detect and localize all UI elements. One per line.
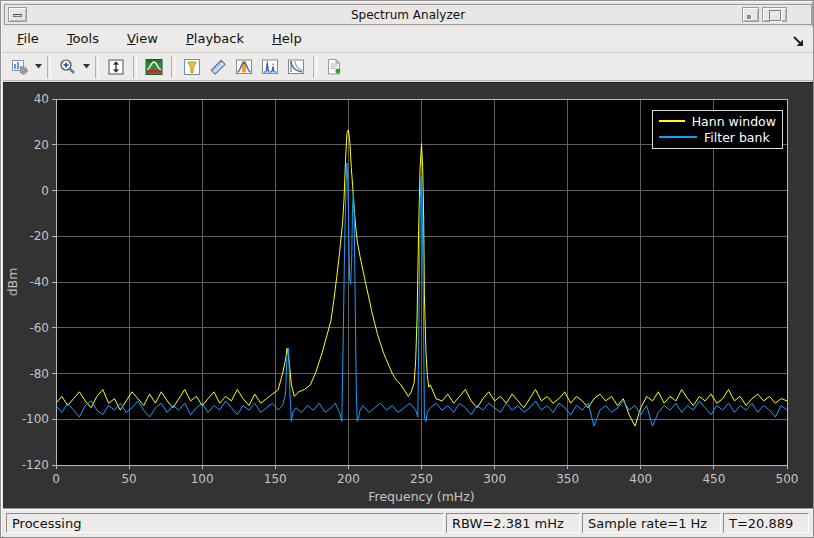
legend-line-filterbank	[659, 136, 697, 138]
svg-text:100: 100	[191, 472, 214, 486]
status-time: T=20.889	[723, 513, 809, 533]
svg-text:Frequency (mHz): Frequency (mHz)	[368, 489, 474, 504]
svg-text:20: 20	[34, 138, 49, 152]
menu-file[interactable]: File	[8, 27, 48, 49]
svg-text:dBm: dBm	[5, 268, 20, 297]
distortion-measurements-button[interactable]	[257, 54, 283, 80]
menu-bar: File Tools View Playback Help	[3, 27, 813, 53]
svg-text:-120: -120	[22, 458, 49, 472]
svg-text:450: 450	[702, 472, 725, 486]
title-bar[interactable]: Spectrum Analyzer	[4, 4, 812, 25]
toolbar-separator	[171, 56, 175, 78]
svg-text:-80: -80	[29, 367, 49, 381]
toolbar-separator	[95, 56, 99, 78]
maximize-button[interactable]	[762, 7, 787, 22]
zoom-in-button[interactable]	[55, 54, 81, 80]
status-state: Processing	[6, 513, 444, 533]
spectrum-settings-button[interactable]	[141, 54, 167, 80]
menu-tools[interactable]: Tools	[58, 27, 108, 49]
autoscale-y-button[interactable]	[103, 54, 129, 80]
svg-text:150: 150	[264, 472, 287, 486]
configuration-dropdown-arrow[interactable]	[33, 55, 43, 79]
cursor-measurements-button[interactable]	[205, 54, 231, 80]
toolbar-separator	[133, 56, 137, 78]
svg-text:400: 400	[629, 472, 652, 486]
svg-text:300: 300	[483, 472, 506, 486]
svg-text:0: 0	[41, 184, 49, 198]
svg-text:-40: -40	[29, 275, 49, 289]
minimize-button[interactable]	[742, 7, 759, 22]
legend-item-hann[interactable]: Hann window	[653, 113, 782, 129]
maximize-icon	[769, 10, 781, 21]
spectrum-plot-panel[interactable]: 05010015020025030035040045050040200-20-4…	[3, 82, 813, 510]
menu-playback[interactable]: Playback	[177, 27, 253, 49]
svg-text:250: 250	[410, 472, 433, 486]
legend-item-filterbank[interactable]: Filter bank	[653, 129, 782, 145]
window-title: Spectrum Analyzer	[5, 8, 811, 22]
menu-view[interactable]: View	[118, 27, 167, 49]
legend-line-hann	[659, 120, 685, 122]
svg-text:-20: -20	[29, 229, 49, 243]
menu-help[interactable]: Help	[263, 27, 311, 49]
status-bar: Processing RBW=2.381 mHz Sample rate=1 H…	[3, 509, 813, 537]
svg-text:500: 500	[776, 472, 799, 486]
undock-arrow-icon[interactable]	[791, 33, 805, 47]
legend-label-filterbank: Filter bank	[704, 130, 770, 145]
spectral-mask-button[interactable]	[283, 54, 309, 80]
svg-text:40: 40	[34, 92, 49, 106]
minimize-icon	[747, 15, 752, 20]
channel-measurements-button[interactable]	[231, 54, 257, 80]
legend[interactable]: Hann window Filter bank	[652, 110, 783, 149]
svg-text:0: 0	[52, 472, 60, 486]
generate-script-button[interactable]	[321, 54, 347, 80]
svg-text:-60: -60	[29, 321, 49, 335]
zoom-dropdown-arrow[interactable]	[81, 55, 91, 79]
configuration-button[interactable]	[7, 54, 33, 80]
toolbar	[3, 53, 813, 81]
svg-text:200: 200	[337, 472, 360, 486]
toolbar-separator	[47, 56, 51, 78]
legend-label-hann: Hann window	[692, 114, 776, 129]
peak-finder-button[interactable]	[179, 54, 205, 80]
svg-text:50: 50	[121, 472, 136, 486]
svg-text:-100: -100	[22, 412, 49, 426]
svg-text:350: 350	[556, 472, 579, 486]
status-sample-rate: Sample rate=1 Hz	[582, 513, 721, 533]
toolbar-separator	[313, 56, 317, 78]
spectrum-analyzer-window: Spectrum Analyzer File Tools View Playba…	[0, 0, 814, 538]
status-rbw: RBW=2.381 mHz	[446, 513, 580, 533]
